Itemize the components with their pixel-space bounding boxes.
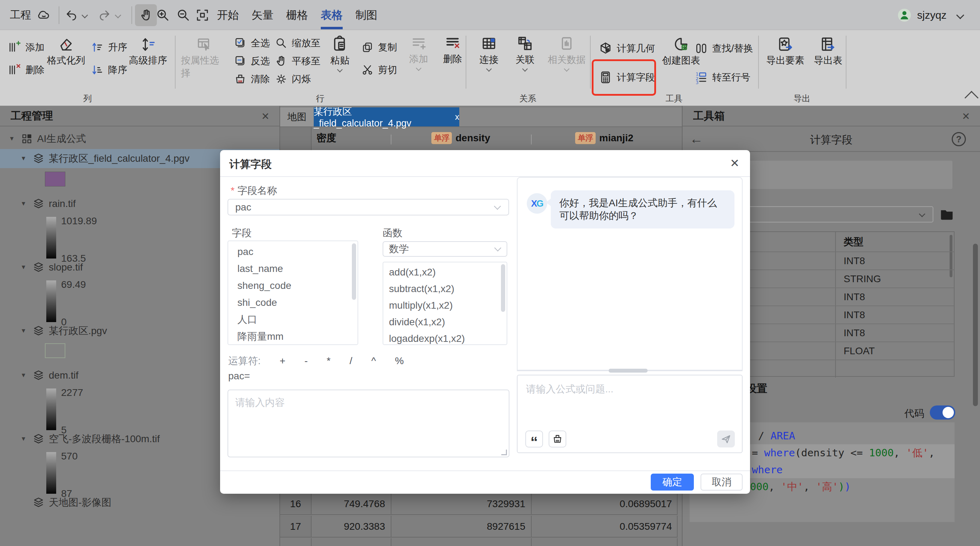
cell[interactable]: 7329931 xyxy=(391,493,525,515)
column-header-mianji2[interactable]: 单浮 mianji2 xyxy=(531,127,678,149)
fields-listbox[interactable]: pac last_name sheng_code shi_code 人口 降雨量… xyxy=(228,241,358,345)
cell[interactable]: 920.3383 xyxy=(311,516,385,538)
operator-plus[interactable]: + xyxy=(280,355,285,367)
invert-selection-button[interactable]: 反选 xyxy=(234,53,270,69)
paste-button[interactable]: 粘贴 xyxy=(324,35,356,72)
pan-tool-icon[interactable] xyxy=(139,0,153,30)
user-avatar[interactable] xyxy=(897,0,912,30)
list-scrollbar-thumb[interactable] xyxy=(352,243,356,300)
select-by-attribute-button[interactable]: 按属性选择 xyxy=(181,37,227,79)
undo-button[interactable] xyxy=(64,0,78,30)
nav-tab-vector[interactable]: 矢量 xyxy=(251,0,274,30)
zoom-to-row-button[interactable]: 缩放至 xyxy=(275,35,320,51)
clear-chat-button[interactable] xyxy=(549,430,566,448)
redo-button[interactable] xyxy=(97,0,111,30)
tree-expand-icon[interactable]: ▼ xyxy=(9,135,21,142)
field-name-select[interactable]: pac xyxy=(228,199,509,216)
operator-power[interactable]: ^ xyxy=(371,355,376,367)
zoom-in-icon[interactable] xyxy=(156,0,170,30)
sort-ascending-button[interactable]: 升序 xyxy=(91,40,127,55)
function-option[interactable]: logaddexp(x1,x2) xyxy=(383,330,507,345)
tab-close-icon[interactable]: x xyxy=(455,112,459,122)
tree-expand-icon[interactable]: ▼ xyxy=(21,264,32,271)
field-option[interactable]: shi_code xyxy=(228,294,358,311)
tree-expand-icon[interactable]: ▼ xyxy=(21,327,32,335)
tree-expand-icon[interactable]: ▼ xyxy=(21,372,32,379)
operator-modulo[interactable]: % xyxy=(395,355,404,367)
tree-item-layer[interactable]: 天地图-影像图 xyxy=(0,493,280,512)
clear-selection-button[interactable]: 清除 xyxy=(234,71,270,87)
user-menu-chevron-icon[interactable] xyxy=(958,0,963,30)
cut-button[interactable]: 剪切 xyxy=(361,62,397,78)
delete-row-button[interactable]: 删除 xyxy=(438,35,468,65)
cell[interactable]: 0.06895017 xyxy=(531,493,672,515)
add-column-button[interactable]: 添加 xyxy=(8,40,45,55)
operator-divide[interactable]: / xyxy=(350,355,353,367)
list-scrollbar-thumb[interactable] xyxy=(501,264,505,312)
code-toggle[interactable] xyxy=(930,405,955,419)
cell[interactable]: 8927615 xyxy=(391,516,525,538)
tree-expand-icon[interactable]: ▼ xyxy=(21,435,32,443)
panel-scrollbar-thumb[interactable] xyxy=(973,244,978,406)
tree-expand-icon[interactable]: ▼ xyxy=(21,155,32,162)
project-menu[interactable]: 工程 xyxy=(10,0,31,30)
sort-descending-button[interactable]: 降序 xyxy=(91,62,127,78)
advanced-sort-button[interactable]: 高级排序 xyxy=(126,37,170,67)
ai-input[interactable] xyxy=(519,377,740,430)
function-category-select[interactable]: 数学 xyxy=(383,241,508,257)
export-features-button[interactable]: 导出要素 xyxy=(765,36,806,67)
divider-drag-handle[interactable] xyxy=(609,369,648,373)
help-icon[interactable]: ? xyxy=(952,132,966,146)
cloud-icon[interactable] xyxy=(37,0,51,30)
function-option[interactable]: multiply(x1,x2) xyxy=(383,297,507,314)
layer-swatch-hollow[interactable] xyxy=(45,343,65,358)
paste-dropdown-chevron-icon[interactable] xyxy=(337,67,343,72)
join-dropdown-chevron-icon[interactable] xyxy=(486,66,492,72)
cell[interactable]: 0.05359774 xyxy=(531,516,672,538)
find-replace-button[interactable]: 查找/替换 xyxy=(695,41,753,56)
ok-button[interactable]: 确定 xyxy=(651,474,694,490)
tree-item-ai-formula-group[interactable]: ▼ AI生成公式 xyxy=(0,129,280,148)
tree-expand-icon[interactable]: ▼ xyxy=(21,200,32,207)
related-data-button[interactable]: 相关数据 xyxy=(545,35,589,72)
related-data-dropdown-chevron-icon[interactable] xyxy=(564,66,570,72)
function-option[interactable]: add(x1,x2) xyxy=(383,264,507,281)
tab-map[interactable]: 地图 xyxy=(280,107,314,127)
textarea-resize-handle[interactable] xyxy=(501,449,507,455)
toolbox-close-icon[interactable]: ✕ xyxy=(962,106,970,127)
nav-tab-table[interactable]: 表格 xyxy=(320,0,344,30)
column-header-density[interactable]: 单浮 density xyxy=(391,127,531,149)
expression-textarea[interactable] xyxy=(228,390,509,457)
operator-multiply[interactable]: * xyxy=(327,355,331,367)
relate-button[interactable]: 关联 xyxy=(509,35,541,72)
nav-tab-raster[interactable]: 栅格 xyxy=(285,0,309,30)
redo-dropdown-chevron-icon[interactable] xyxy=(115,0,121,30)
field-option[interactable]: 降雨量mm xyxy=(228,328,358,345)
project-manager-close-icon[interactable]: ✕ xyxy=(261,106,270,127)
format-column-button[interactable]: 格式化列 xyxy=(45,37,87,67)
add-row-dropdown-chevron-icon[interactable] xyxy=(416,65,422,71)
calculate-geometry-button[interactable]: 计算几何 xyxy=(598,41,655,56)
function-option[interactable]: subtract(x1,x2) xyxy=(383,281,507,297)
nav-tab-cartography[interactable]: 制图 xyxy=(355,0,378,30)
table-row[interactable]: 16 749.4768 7329931 0.06895017 xyxy=(280,493,678,515)
table-row[interactable]: 17 920.3383 8927615 0.05359774 xyxy=(280,516,678,538)
functions-listbox[interactable]: add(x1,x2) subtract(x1,x2) multiply(x1,x… xyxy=(383,262,508,345)
operator-minus[interactable]: - xyxy=(304,355,308,367)
username[interactable]: sjzyqz xyxy=(917,0,947,30)
add-row-button[interactable]: 添加 xyxy=(403,35,434,71)
join-button[interactable]: 连接 xyxy=(473,35,505,72)
send-button[interactable] xyxy=(717,430,735,448)
layer-swatch-purple[interactable] xyxy=(45,171,65,186)
field-option[interactable]: pac xyxy=(228,243,358,260)
collapse-ribbon-chevron-icon[interactable] xyxy=(964,91,978,105)
select-all-rows-button[interactable]: 全选 xyxy=(234,35,270,51)
delete-column-button[interactable]: 删除 xyxy=(8,62,45,78)
field-option[interactable]: sheng_code xyxy=(228,277,358,294)
relate-dropdown-chevron-icon[interactable] xyxy=(522,66,528,72)
function-option[interactable]: divide(x1,x2) xyxy=(383,314,507,330)
flash-row-button[interactable]: 闪烁 xyxy=(275,71,311,87)
folder-icon[interactable] xyxy=(939,207,955,222)
field-option[interactable]: last_name xyxy=(228,260,358,277)
column-header-density-cn[interactable]: 密度 xyxy=(317,127,336,149)
